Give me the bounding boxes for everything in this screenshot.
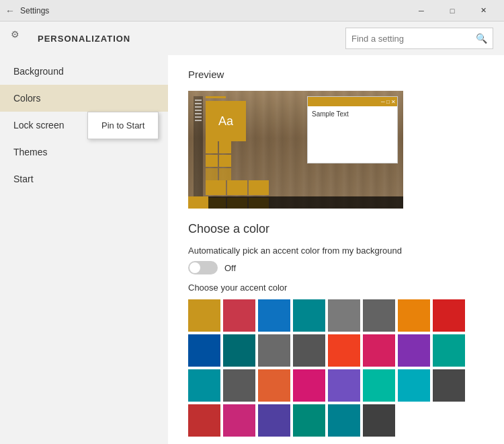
preview-aa-tile: Aa [206,101,246,141]
color-swatch-5[interactable] [363,299,395,332]
titlebar-left: ← Settings [5,5,49,16]
color-swatch-4[interactable] [328,299,360,332]
search-input[interactable] [346,34,470,44]
color-swatch-7[interactable] [433,299,465,332]
sidebar-item-themes[interactable]: Themes [0,139,168,165]
auto-pick-toggle-row: Off [188,261,484,274]
preview-window-content: Sample Text [308,106,397,122]
toggle-state: Off [224,263,236,273]
back-icon[interactable]: ← [5,5,15,16]
color-swatch-22[interactable] [398,369,430,402]
sidebar-label-background: Background [13,66,64,77]
preview-container: Aa [188,91,403,209]
close-button[interactable]: ✕ [468,0,499,22]
context-menu: Pin to Start [87,112,159,139]
color-swatch-18[interactable] [258,369,290,402]
sample-text: Sample Text [312,110,349,118]
color-swatch-20[interactable] [328,369,360,402]
sidebar-label-start: Start [13,174,34,184]
color-swatch-12[interactable] [328,334,360,367]
color-swatch-17[interactable] [223,369,255,402]
color-swatch-19[interactable] [293,369,325,402]
color-swatch-8[interactable] [188,334,220,367]
preview-title: Preview [188,69,484,80]
sidebar-item-colors[interactable]: Colors Pin to Start [0,85,168,112]
preview-window-titlebar: ─ □ ✕ [308,97,397,106]
color-swatch-16[interactable] [188,369,220,402]
auto-pick-toggle[interactable] [188,261,218,274]
color-swatch-28[interactable] [328,404,360,437]
minimize-button[interactable]: ─ [406,0,437,22]
app-header: ⚙ PERSONALIZATION 🔍 [0,22,504,55]
color-swatch-26[interactable] [258,404,290,437]
titlebar-controls: ─ □ ✕ [406,0,499,22]
app-header-left: ⚙ PERSONALIZATION [11,29,130,48]
sidebar-label-colors: Colors [13,93,40,104]
accent-color-label: Choose your accent color [188,283,484,293]
color-swatch-10[interactable] [258,334,290,367]
sidebar-item-start[interactable]: Start [0,165,168,192]
content-area: Preview Aa [168,55,504,444]
auto-pick-label: Automatically pick an accent color from … [188,246,484,256]
sidebar: Background Colors Pin to Start Lock scre… [0,55,168,444]
color-grid [188,299,484,437]
preview-taskbar [188,196,403,209]
color-swatch-29[interactable] [363,404,395,437]
color-swatch-9[interactable] [223,334,255,367]
color-swatch-24[interactable] [188,404,220,437]
color-swatch-2[interactable] [258,299,290,332]
page-title: PERSONALIZATION [38,34,130,44]
sidebar-label-lock-screen: Lock screen [13,120,64,131]
color-swatch-3[interactable] [293,299,325,332]
color-swatch-23[interactable] [433,369,465,402]
color-swatch-13[interactable] [363,334,395,367]
preview-tile-list [194,96,203,200]
color-swatch-14[interactable] [398,334,430,367]
color-swatch-1[interactable] [223,299,255,332]
color-swatch-0[interactable] [188,299,220,332]
toggle-knob [190,262,200,273]
color-swatch-11[interactable] [293,334,325,367]
search-icon: 🔍 [470,33,493,44]
restore-button[interactable]: □ [437,0,468,22]
search-box[interactable]: 🔍 [345,28,493,49]
color-swatch-15[interactable] [433,334,465,367]
sidebar-item-background[interactable]: Background [0,58,168,85]
main-layout: Background Colors Pin to Start Lock scre… [0,55,504,444]
preview-background: Aa [188,91,403,209]
sidebar-label-themes: Themes [13,147,48,157]
personalization-icon: ⚙ [11,29,30,48]
titlebar-title: Settings [20,6,49,15]
color-swatch-25[interactable] [223,404,255,437]
preview-tiles-area: Aa [206,96,273,200]
choose-color-title: Choose a color [188,222,484,236]
preview-window: ─ □ ✕ Sample Text [307,96,398,163]
color-swatch-6[interactable] [398,299,430,332]
pin-to-start-menu-item[interactable]: Pin to Start [88,115,158,136]
color-swatch-21[interactable] [363,369,395,402]
color-swatch-27[interactable] [293,404,325,437]
titlebar: ← Settings ─ □ ✕ [0,0,504,22]
